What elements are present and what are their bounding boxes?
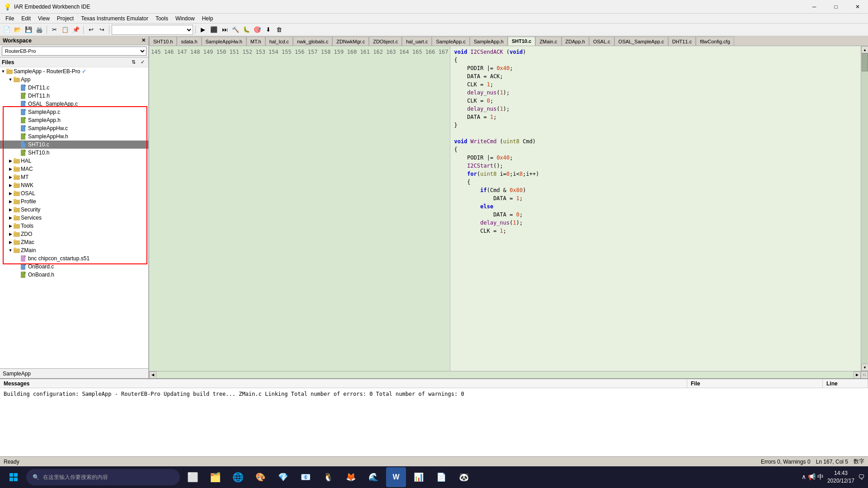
tree-item-zdo-folder[interactable]: ▶ZDO <box>0 230 148 238</box>
file-tab-nwk_globals-c[interactable]: nwk_globals.c <box>293 37 332 46</box>
toolbar-run[interactable]: ▶ <box>198 25 208 35</box>
file-tab-SHT10-c[interactable]: SHT10.c <box>508 37 535 46</box>
tree-item-mac-folder[interactable]: ▶MAC <box>0 165 148 173</box>
file-tab-SampleAppHw-h[interactable]: SampleAppHw.h <box>202 37 246 46</box>
minimize-button[interactable]: ─ <box>804 0 825 14</box>
menu-edit[interactable]: Edit <box>18 14 34 23</box>
h-scroll-left[interactable]: ◀ <box>149 371 156 379</box>
close-button[interactable]: ✕ <box>847 0 868 14</box>
tree-item-onboardc[interactable]: OnBoard.c <box>0 263 148 271</box>
tree-item-sht10h[interactable]: SHT10.h <box>0 149 148 157</box>
files-check-btn[interactable]: ✓ <box>138 58 146 66</box>
menu-tools[interactable]: Tools <box>152 14 172 23</box>
tree-item-tools-folder[interactable]: ▶Tools <box>0 222 148 230</box>
tree-item-sampleapphwh[interactable]: SampleAppHw.h <box>0 132 148 141</box>
toolbar-step[interactable]: ⏭ <box>220 25 230 35</box>
taskbar-icon-explorer[interactable]: 🗂️ <box>205 467 225 487</box>
search-input[interactable] <box>43 474 160 480</box>
menu-ti-emulator[interactable]: Texas Instruments Emulator <box>77 14 152 23</box>
toolbar-copy[interactable]: 📋 <box>60 25 70 35</box>
taskbar-search[interactable]: 🔍 <box>26 469 180 485</box>
file-tab-f8wConfig-cfg[interactable]: f8wConfig.cfg <box>696 37 734 46</box>
tree-item-zmac-folder[interactable]: ▶ZMac <box>0 238 148 246</box>
tree-item-app-folder[interactable]: ▼App <box>0 75 148 84</box>
taskbar-icon-4[interactable]: 🐧 <box>318 467 338 487</box>
tree-item-security-folder[interactable]: ▶Security <box>0 206 148 214</box>
editor-scrollbar[interactable]: ▲ ▼ <box>861 46 868 371</box>
toolbar-print[interactable]: 🖨️ <box>34 25 44 35</box>
file-tab-ZDNwkMgr-c[interactable]: ZDNwkMgr.c <box>332 37 369 46</box>
taskbar-icon-ppt[interactable]: 📊 <box>409 467 429 487</box>
tree-item-osal-folder[interactable]: ▶OSAL <box>0 189 148 197</box>
taskbar-icon-word[interactable]: W <box>386 467 406 487</box>
tree-item-sht10c[interactable]: SHT10.c <box>0 141 148 149</box>
tree-item-dht11h[interactable]: DHT11.h <box>0 92 148 100</box>
tree-item-mt-folder[interactable]: ▶MT <box>0 173 148 181</box>
tree-item-services-folder[interactable]: ▶Services <box>0 214 148 222</box>
toolbar-save[interactable]: 💾 <box>24 25 33 35</box>
code-content[interactable]: void I2CSendACK (void) { PODIR |= 0x40; … <box>450 46 861 371</box>
tree-item-nwk-folder[interactable]: ▶NWK <box>0 181 148 189</box>
file-tab-SampleApp-h[interactable]: SampleApp.h <box>470 37 508 46</box>
taskbar-icon-3[interactable]: 📧 <box>296 467 316 487</box>
notification-icon[interactable]: 🗨 <box>858 474 864 481</box>
file-tab-ZDObject-c[interactable]: ZDObject.c <box>369 37 402 46</box>
toolbar-build[interactable]: 🔨 <box>231 25 241 35</box>
toolbar-redo[interactable]: ↪ <box>97 25 107 35</box>
file-tab-OSAL_SampleApp-c[interactable]: OSAL_SampleApp.c <box>614 37 668 46</box>
file-tab-hal_uart-c[interactable]: hal_uart.c <box>402 37 432 46</box>
tree-item-hal-folder[interactable]: ▶HAL <box>0 157 148 165</box>
maximize-button[interactable]: □ <box>826 0 846 14</box>
start-button[interactable] <box>4 467 24 487</box>
tree-item-sampleappc[interactable]: SampleApp.c <box>0 108 148 116</box>
h-scroll-right[interactable]: ▶ <box>854 371 861 379</box>
file-tab-OSAL-c[interactable]: OSAL.c <box>589 37 614 46</box>
file-tab-sdata-h[interactable]: sdata.h <box>177 37 201 46</box>
tree-item-zmain-folder[interactable]: ▼ZMain <box>0 246 148 254</box>
tree-item-profile-folder[interactable]: ▶Profile <box>0 197 148 206</box>
taskbar-icon-1[interactable]: 🎨 <box>250 467 270 487</box>
menu-view[interactable]: View <box>34 14 53 23</box>
toolbar-erase[interactable]: 🗑 <box>274 25 284 35</box>
taskbar-icon-7[interactable]: 🐼 <box>454 467 474 487</box>
tree-item-onboardh[interactable]: OnBoard.h <box>0 271 148 279</box>
toolbar-download[interactable]: ⬇ <box>263 25 273 35</box>
taskbar-time[interactable]: 14:43 2020/12/17 <box>827 469 854 485</box>
taskbar-icon-5[interactable]: 🦊 <box>341 467 361 487</box>
menu-project[interactable]: Project <box>53 14 77 23</box>
workspace-close[interactable]: ✕ <box>142 38 146 43</box>
files-sort-btn[interactable]: ⇅ <box>129 58 137 66</box>
tree-item-sampleapp-root[interactable]: ▼SampleApp - RouterEB-Pro ✓ <box>0 67 148 75</box>
file-tab-hal_lcd-c[interactable]: hal_lcd.c <box>265 37 293 46</box>
menu-help[interactable]: Help <box>198 14 217 23</box>
toolbar-stop[interactable]: ⬛ <box>209 25 219 35</box>
toolbar-target[interactable]: 🎯 <box>252 25 262 35</box>
taskbar-icon-pdf[interactable]: 📄 <box>431 467 451 487</box>
file-tab-DHT11-c[interactable]: DHT11.c <box>668 37 696 46</box>
file-tab-SHT10-h[interactable]: SHT10.h <box>149 37 177 46</box>
toolbar-debug[interactable]: 🐛 <box>241 25 251 35</box>
file-tree[interactable]: ▼SampleApp - RouterEB-Pro ✓▼AppDHT11.cDH… <box>0 67 148 368</box>
menu-file[interactable]: File <box>2 14 18 23</box>
taskbar-icon-chrome[interactable]: 🌐 <box>228 467 248 487</box>
h-scrollbar[interactable]: ◀ ▶ □ <box>149 371 868 378</box>
tree-item-sampleapphwc[interactable]: SampleAppHw.c <box>0 124 148 132</box>
taskbar-icon-6[interactable]: 🌊 <box>363 467 383 487</box>
toolbar-config-select[interactable] <box>112 25 193 35</box>
toolbar-undo[interactable]: ↩ <box>86 25 96 35</box>
output-content[interactable]: Building configuration: SampleApp - Rout… <box>0 388 868 456</box>
tree-item-chipcon-file[interactable]: bnc chipcon_cstartup.s51 <box>0 254 148 263</box>
file-tab-SampleApp-c[interactable]: SampleApp.c <box>432 37 469 46</box>
scroll-thumb[interactable] <box>862 53 868 71</box>
tree-item-dht11c[interactable]: DHT11.c <box>0 84 148 92</box>
toolbar-open[interactable]: 📂 <box>13 25 23 35</box>
tree-item-osal-sampleapp[interactable]: OSAL_SampleApp.c <box>0 100 148 108</box>
workspace-project-select[interactable]: RouterEB-Pro <box>2 47 146 56</box>
scroll-down-btn[interactable]: ▼ <box>861 364 868 371</box>
file-tab-MT-h[interactable]: MT.h <box>246 37 265 46</box>
code-editor[interactable]: 145 146 147 148 149 150 151 152 153 154 … <box>149 46 868 371</box>
file-tab-ZMain-c[interactable]: ZMain.c <box>535 37 561 46</box>
toolbar-cut[interactable]: ✂ <box>49 25 59 35</box>
toolbar-paste[interactable]: 📌 <box>71 25 81 35</box>
file-tab-ZDApp-h[interactable]: ZDApp.h <box>561 37 589 46</box>
